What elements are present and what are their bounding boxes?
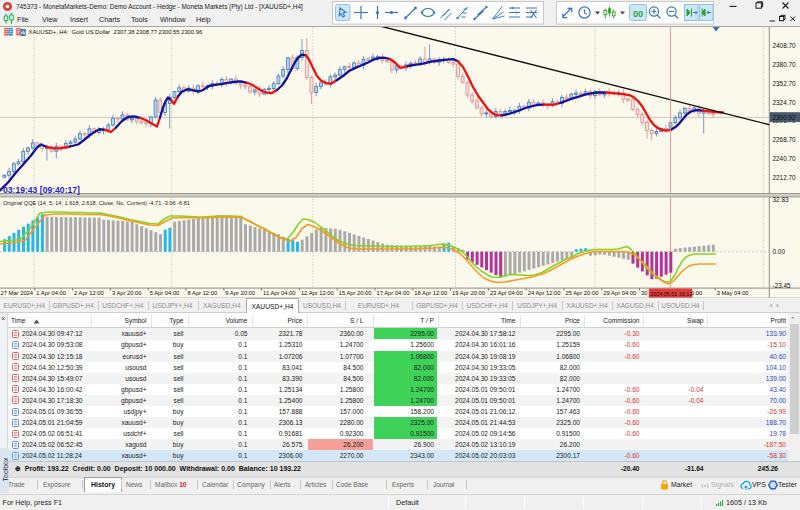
svg-text:XAUUSD+, H4: Gold US Dollar: XAUUSD+, H4: Gold US Dollar 2307.38 2308… (29, 29, 203, 35)
svg-text:18 Apr 12:00: 18 Apr 12:00 (414, 290, 447, 296)
svg-text:15 Apr 20:00: 15 Apr 20:00 (339, 290, 372, 296)
svg-text:2024.05.01 16:13: 2024.05.01 16:13 (650, 290, 692, 296)
svg-text:00: 00 (633, 9, 643, 19)
svg-text:9 Apr 20:00: 9 Apr 20:00 (225, 290, 255, 296)
svg-text:2324.70: 2324.70 (773, 98, 797, 105)
svg-text:29 Apr 04:00: 29 Apr 04:00 (603, 290, 636, 296)
svg-text:Original QQE (14, 5, 14, 1.618: Original QQE (14, 5, 14, 1.618, 2.618, C… (3, 200, 190, 206)
svg-text:2352.70: 2352.70 (773, 79, 797, 86)
svg-text:3 May 04:00: 3 May 04:00 (717, 290, 749, 296)
svg-text:-23.45: -23.45 (773, 282, 792, 289)
svg-text:12 Apr 12:00: 12 Apr 12:00 (301, 290, 334, 296)
svg-text:17 Apr 04:00: 17 Apr 04:00 (377, 290, 410, 296)
svg-text:03:19:43 [09:40:17]: 03:19:43 [09:40:17] (3, 184, 80, 194)
svg-text:27 Mar 2024: 27 Mar 2024 (1, 290, 34, 296)
svg-text:2380.70: 2380.70 (773, 60, 797, 67)
svg-text:5 Apr 04:00: 5 Apr 04:00 (150, 290, 180, 296)
svg-text:32.83: 32.83 (773, 196, 789, 203)
svg-text:1 Apr 04:00: 1 Apr 04:00 (36, 290, 66, 296)
svg-text:2300.92: 2300.92 (773, 113, 797, 120)
svg-text:2 Apr 12:00: 2 Apr 12:00 (74, 290, 104, 296)
svg-text:19 Apr 20:00: 19 Apr 20:00 (452, 290, 485, 296)
svg-text:11 Apr 04:00: 11 Apr 04:00 (263, 290, 295, 296)
svg-text:2408.70: 2408.70 (773, 42, 797, 49)
svg-text:23 Apr 04:00: 23 Apr 04:00 (490, 290, 523, 296)
svg-text:2212.70: 2212.70 (773, 173, 797, 180)
svg-text:24 Apr 12:00: 24 Apr 12:00 (528, 290, 561, 296)
svg-text:8 Apr 12:00: 8 Apr 12:00 (188, 290, 218, 296)
svg-text:3 Apr 20:00: 3 Apr 20:00 (112, 290, 142, 296)
svg-text:25 Apr 20:00: 25 Apr 20:00 (566, 290, 599, 296)
svg-text:0.00: 0.00 (773, 248, 786, 255)
svg-text:2268.70: 2268.70 (773, 136, 797, 143)
svg-text:2240.70: 2240.70 (773, 154, 797, 161)
